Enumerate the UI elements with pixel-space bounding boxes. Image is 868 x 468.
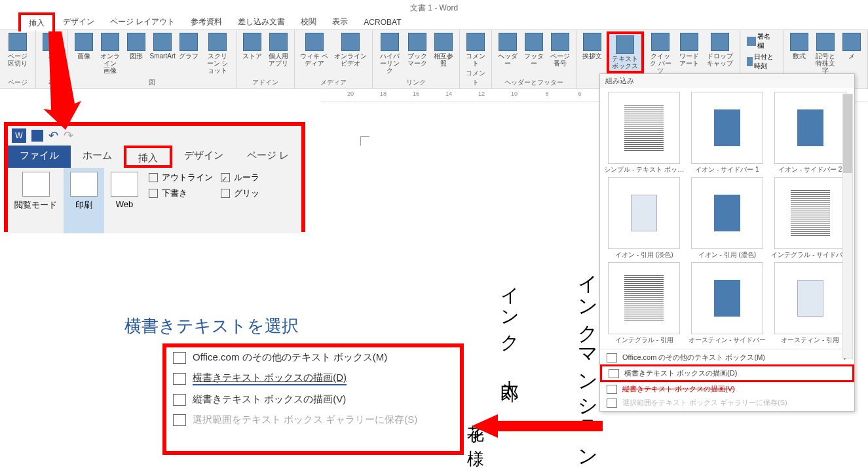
ribbon-button[interactable]: 個人用アプリ [267,31,290,68]
ribbon-label: ハイパーリンク [378,52,402,74]
ribbon-button[interactable]: 相互参照 [432,31,455,68]
group-label: ページ [4,78,31,87]
menu-office-more[interactable]: Office.com のその他のテキスト ボックス(M) [166,347,460,368]
redo-icon[interactable]: ↷ [64,128,73,143]
ribbon-group: コメントコメント [460,30,492,88]
gmenu-save: 選択範囲をテキスト ボックス ギャラリーに保存(S) [600,396,854,410]
gmenu-horizontal[interactable]: 横書きテキスト ボックスの描画(D) [600,364,854,382]
gallery-item[interactable]: インテグラル - サイドバー [770,177,850,260]
gallery-label: イオン - 引用 (淡色) [615,250,673,260]
ribbon-button[interactable]: フッター [522,31,546,68]
save-icon[interactable] [31,130,43,142]
print-layout-button[interactable]: 印刷 [64,168,104,233]
zoom-tab-insert[interactable]: 挿入 [124,146,172,168]
read-mode-button[interactable]: 閲覧モード [8,168,64,233]
outline-option[interactable]: アウトライン [149,172,213,184]
tab-acrobat[interactable]: ACROBAT [356,15,409,29]
ribbon-label: ドロップ キャップ [705,52,734,67]
zoom-opts: アウトライン 下書き [145,168,217,233]
menu-horizontal-textbox[interactable]: 横書きテキスト ボックスの描画(D) [166,368,460,389]
ribbon-button[interactable]: クイック パーツ [647,31,675,75]
ribbon-side-button[interactable]: 日付と時刻 [744,52,779,71]
ribbon-button[interactable]: 数式 [787,31,811,61]
ribbon-label: オンライン ビデオ [334,52,367,67]
tab-layout[interactable]: ページ レイアウト [102,14,183,30]
ribbon-button[interactable]: オンライン ビデオ [333,31,368,68]
zoom-tabs: ファイル ホーム 挿入 デザイン ページ レ [8,146,301,168]
ribbon-label: テキスト ボックス [611,55,640,69]
gallery-item[interactable]: イオン - 引用 (濃色) [687,177,768,260]
zoom-tab-design[interactable]: デザイン [172,146,235,168]
tab-insert[interactable]: 挿入 [18,12,55,31]
ribbon-button[interactable]: ページ 区切り [4,31,31,68]
ribbon-group: ハイパーリンクブックマーク相互参照リンク [373,30,460,88]
save-icon [607,399,617,408]
zoom-tab-file[interactable]: ファイル [8,146,71,168]
ribbon-button[interactable]: メ [840,31,863,61]
vert-icon [607,385,617,394]
gallery-thumb [691,262,763,334]
ribbon-label: ヘッダー [497,52,518,67]
draft-option[interactable]: 下書き [149,187,213,199]
gallery-thumb [608,262,680,334]
gallery-item[interactable]: イオン - サイドバー 2 [770,92,850,174]
gallery-label: イオン - 引用 (濃色) [698,250,756,260]
gallery-label: イオン - サイドバー 2 [778,165,842,174]
gallery-thumb [691,177,763,249]
ribbon-button[interactable]: グラフ [177,31,200,61]
textbox-gallery: 組み込み シンプル - テキスト ボッ…イオン - サイドバー 1イオン - サ… [599,73,855,412]
ribbon-button[interactable]: ワードアート [677,31,701,68]
menu-vertical-textbox[interactable]: 縦書きテキスト ボックスの描画(V) [166,389,460,410]
ribbon-button[interactable]: ブックマーク [406,31,429,68]
web-layout-button[interactable]: Web [104,168,145,233]
gallery-item[interactable]: シンプル - テキスト ボッ… [604,92,685,174]
tab-mailings[interactable]: 差し込み文書 [230,14,293,30]
ribbon-icon [499,33,517,51]
gallery-item[interactable]: オースティン - 引用 [770,262,850,345]
arrow-to-zoom [42,31,81,130]
ribbon-button[interactable]: スクリーン ショット [203,31,231,75]
gallery-item[interactable]: オースティン - サイドバー [687,262,768,345]
ribbon-button[interactable]: ページ 番号 [548,31,572,68]
ribbon-icon [816,33,835,51]
ribbon-label: ストア [242,52,262,60]
gmenu-office[interactable]: Office.com のその他のテキスト ボックス(M)▸ [600,351,854,364]
gallery-menu: Office.com のその他のテキスト ボックス(M)▸ 横書きテキスト ボッ… [600,349,854,411]
tab-review[interactable]: 校閲 [293,14,324,30]
ribbon-button[interactable]: 図形 [124,31,148,61]
ribbon-button[interactable]: ヘッダー [496,31,519,68]
ribbon-button[interactable]: ハイパーリンク [377,31,403,75]
ribbon-button[interactable]: オンライン 画像 [98,31,122,75]
ribbon-icon [790,33,808,51]
gallery-scrollbar[interactable] [842,94,853,359]
scroll-thumb[interactable] [843,94,852,173]
ribbon-icon [466,33,485,51]
ribbon-side-button[interactable]: 署名欄 [744,31,779,51]
ribbon-button[interactable]: ドロップ キャップ [704,31,736,68]
ribbon-label: 図形 [130,52,143,60]
tab-view[interactable]: 表示 [324,14,356,30]
ribbon-icon [9,33,27,51]
grid-option[interactable]: グリッ [221,187,259,199]
ribbon-icon [208,33,227,51]
ribbon-label: ページ 区切り [5,52,30,67]
ruler-option[interactable]: ルーラ [221,172,259,184]
ribbon-button[interactable]: コメント [464,31,487,68]
gallery-item[interactable]: イオン - サイドバー 1 [687,92,768,174]
gallery-item[interactable]: イオン - 引用 (淡色) [604,177,685,260]
titlebar: 文書 1 - Word [0,0,868,14]
tab-references[interactable]: 参考資料 [183,14,230,30]
ribbon-button[interactable]: 挨拶文 [580,31,604,61]
ribbon-button[interactable]: テキスト ボックス [607,31,644,73]
gallery-item[interactable]: インテグラル - 引用 [604,262,685,345]
zoom-tab-home[interactable]: ホーム [71,146,124,168]
gmenu-vertical[interactable]: 縦書きテキスト ボックスの描画(V) [600,382,854,396]
ribbon-button[interactable]: 記号と 特殊文字 [814,31,837,75]
zoom-tab-layout[interactable]: ページ レ [235,146,301,168]
undo-icon[interactable]: ↶ [48,128,58,143]
ribbon-label: ウィキ ペディア [300,52,329,67]
ribbon-button[interactable]: ウィキ ペディア [299,31,330,68]
ribbon-button[interactable]: ストア [240,31,264,61]
tab-design[interactable]: デザイン [55,14,102,30]
ribbon-button[interactable]: SmartArt [151,31,174,61]
